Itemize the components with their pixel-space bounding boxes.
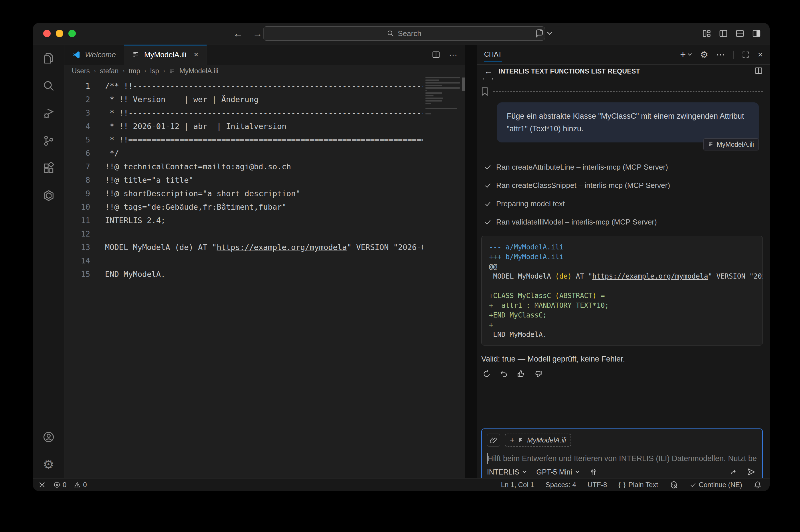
editor-chat-divider[interactable] xyxy=(465,45,477,478)
customize-layout-icon[interactable] xyxy=(702,29,711,38)
diff-line: + attr1 : MANDATORY TEXT*10; xyxy=(489,301,755,310)
breadcrumb-item[interactable]: lsp xyxy=(150,67,159,75)
chat-input[interactable]: Hilft beim Entwerfen und Iterieren von I… xyxy=(487,453,757,464)
input-attachment-chip[interactable]: + MyModelA.ili xyxy=(505,434,571,447)
file-list-icon xyxy=(518,437,524,443)
back-icon[interactable]: ← xyxy=(484,66,493,76)
chat-panel-header: CHAT + ⚙ ⋯ × xyxy=(477,45,770,65)
mode-picker[interactable]: INTERLIS xyxy=(487,468,527,476)
toggle-secondary-sidebar-icon[interactable] xyxy=(752,29,761,38)
new-chat-button[interactable]: + xyxy=(680,49,692,60)
scrollbar-slider[interactable] xyxy=(462,77,465,91)
editor-line[interactable]: 5 * !!==================================… xyxy=(64,133,423,147)
maximize-panel-icon[interactable] xyxy=(742,51,750,59)
language-mode[interactable]: { } Plain Text xyxy=(619,481,658,489)
sidebar-item-search[interactable] xyxy=(33,72,64,99)
zoom-window-button[interactable] xyxy=(68,30,76,37)
sidebar-item-source-control[interactable] xyxy=(33,127,64,154)
encoding[interactable]: UTF-8 xyxy=(588,481,607,489)
chat-input-placeholder: Hilft beim Entwerfen und Iterieren von I… xyxy=(487,454,757,463)
editor-line[interactable]: 10!!@ tags="de:Gebäude,fr:Bâtiment,fubar… xyxy=(64,200,423,214)
tools-icon[interactable] xyxy=(590,468,597,476)
model-picker[interactable]: GPT-5 Mini xyxy=(537,468,580,476)
editor-line[interactable]: 3 * !!----------------------------------… xyxy=(64,106,423,119)
tool-run-item[interactable]: Ran createClassSnippet – interlis-mcp (M… xyxy=(484,176,763,194)
send-icon[interactable] xyxy=(747,467,756,476)
breadcrumb-item[interactable]: stefan xyxy=(100,67,118,75)
tool-run-item[interactable]: Ran createAttributeLine – interlis-mcp (… xyxy=(484,158,763,176)
editor-actions-more-icon[interactable]: ⋯ xyxy=(449,50,458,60)
copilot-menu[interactable] xyxy=(535,28,552,38)
editor-line[interactable]: 1/** !!---------------------------------… xyxy=(64,79,423,93)
copilot-status-icon[interactable] xyxy=(670,480,678,489)
chat-thread-header: ← INTERLIS TEXT FUNCTIONS LIST REQUEST xyxy=(477,65,770,78)
forward-curved-arrow-icon[interactable] xyxy=(730,468,738,476)
editor-line[interactable]: 13MODEL MyModelA (de) AT "https://exampl… xyxy=(64,241,423,254)
editor-line[interactable]: 14 xyxy=(64,254,423,267)
editor-line[interactable]: 2 * !! Version | wer | Änderung xyxy=(64,93,423,106)
breadcrumb-item[interactable]: tmp xyxy=(129,67,140,75)
toggle-panel-icon[interactable] xyxy=(735,29,744,38)
toggle-primary-sidebar-icon[interactable] xyxy=(719,29,728,38)
chat-more-actions-icon[interactable]: ⋯ xyxy=(716,50,725,59)
problems-warnings[interactable]: 0 xyxy=(74,481,87,489)
minimap[interactable] xyxy=(426,77,462,478)
close-panel-icon[interactable]: × xyxy=(758,50,763,59)
attachment-name: MyModelA.ili xyxy=(717,141,754,149)
undo-icon[interactable] xyxy=(500,369,508,378)
tab-chat[interactable]: CHAT xyxy=(484,45,502,65)
editor-line[interactable]: 12 xyxy=(64,227,423,241)
clipped-scrolled-content xyxy=(483,78,511,79)
editor-line[interactable]: 6 */ xyxy=(64,147,423,160)
thumbs-down-icon[interactable] xyxy=(534,369,542,378)
tab-welcome[interactable]: Welcome xyxy=(64,45,124,65)
close-window-button[interactable] xyxy=(43,30,51,37)
tool-run-item[interactable]: Ran validateIliModel – interlis-mcp (MCP… xyxy=(484,213,763,231)
retry-icon[interactable] xyxy=(482,369,491,378)
tool-run-item[interactable]: Preparing model text xyxy=(484,194,763,213)
editor-line[interactable]: 7!!@ technicalContact=mailto:agi@bd.so.c… xyxy=(64,160,423,173)
attach-context-button[interactable] xyxy=(487,434,500,447)
sidebar-item-interlis-extension[interactable] xyxy=(33,182,64,209)
editor-line[interactable]: 15END MyModelA. xyxy=(64,267,423,281)
sidebar-item-explorer[interactable] xyxy=(33,45,64,72)
run-debug-icon xyxy=(42,107,55,119)
editor-line[interactable]: 11INTERLIS 2.4; xyxy=(64,214,423,227)
tab-mymodela[interactable]: MyModelA.ili × xyxy=(124,45,207,65)
sidebar-item-extensions[interactable] xyxy=(33,154,64,182)
file-list-icon xyxy=(708,141,714,147)
editor-line[interactable]: 8!!@ title="a title" xyxy=(64,173,423,187)
open-in-editor-icon[interactable] xyxy=(754,66,763,75)
source-control-icon xyxy=(42,134,55,147)
editor-code[interactable]: 1/** !!---------------------------------… xyxy=(64,77,423,478)
close-tab-icon[interactable]: × xyxy=(194,50,198,59)
remote-indicator-icon[interactable] xyxy=(38,481,46,489)
split-editor-icon[interactable] xyxy=(432,50,440,59)
cursor-position[interactable]: Ln 1, Col 1 xyxy=(501,481,534,489)
diff-code-block[interactable]: --- a/MyModelA.ili+++ b/MyModelA.ili@@ M… xyxy=(481,236,763,345)
breadcrumb-item[interactable]: MyModelA.ili xyxy=(180,67,218,75)
sidebar-item-run-debug[interactable] xyxy=(33,99,64,127)
status-bar: 0 0 Ln 1, Col 1 Spaces: 4 UTF-8 { } Plai… xyxy=(33,478,770,491)
editor-line[interactable]: 9!!@ shortDescription="a short descripti… xyxy=(64,187,423,200)
breadcrumb-item[interactable]: Users xyxy=(72,67,90,75)
accounts-button[interactable] xyxy=(33,423,64,451)
forward-arrow-icon[interactable]: → xyxy=(253,28,262,39)
chat-settings-gear-icon[interactable]: ⚙ xyxy=(700,50,708,59)
indentation[interactable]: Spaces: 4 xyxy=(546,481,576,489)
request-attachment-chip[interactable]: MyModelA.ili xyxy=(703,138,759,150)
editor-line[interactable]: 4 * !! 2026-01-12 | abr | Initalversion xyxy=(64,119,423,133)
minimize-window-button[interactable] xyxy=(56,30,63,37)
command-search-box[interactable]: Search xyxy=(263,26,545,41)
traffic-lights xyxy=(43,30,76,37)
model-label: GPT-5 Mini xyxy=(537,468,572,476)
extension-status[interactable]: Continue (NE) xyxy=(690,481,742,489)
breadcrumb[interactable]: Users› stefan› tmp› lsp› MyModelA.ili xyxy=(64,65,465,77)
settings-button[interactable]: ⚙ xyxy=(33,451,64,478)
thumbs-up-icon[interactable] xyxy=(517,369,525,378)
chat-input-box[interactable]: + MyModelA.ili Hilft beim Entwerfen und … xyxy=(481,429,763,478)
title-bar: ← → Search xyxy=(33,23,770,44)
bell-icon[interactable] xyxy=(754,481,762,489)
problems-errors[interactable]: 0 xyxy=(54,481,67,489)
back-arrow-icon[interactable]: ← xyxy=(233,28,243,39)
